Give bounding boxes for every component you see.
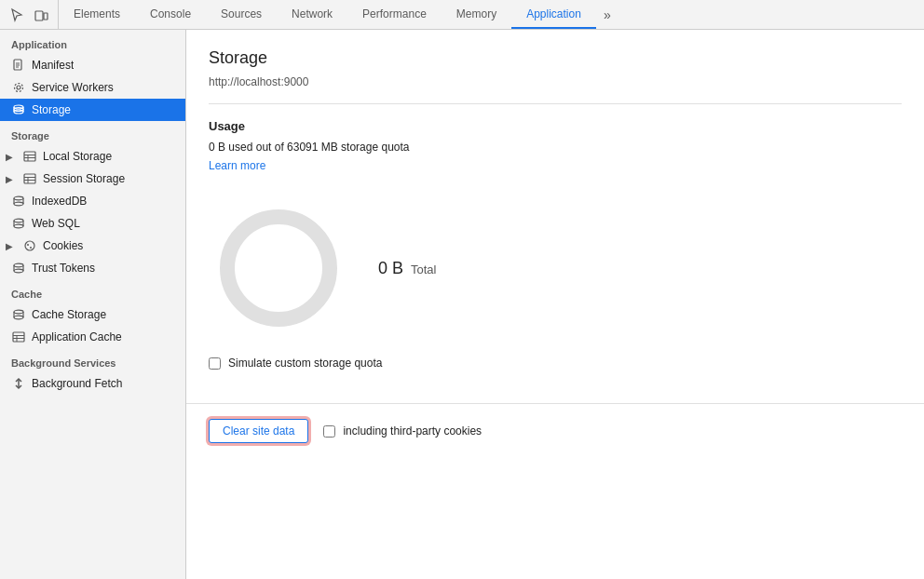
tab-network[interactable]: Network	[277, 0, 347, 29]
more-tabs-icon[interactable]: »	[596, 0, 618, 29]
arrow-right-icon-2: ▶	[6, 174, 17, 184]
tab-application[interactable]: Application	[511, 0, 596, 29]
sidebar-item-service-workers-label: Service Workers	[32, 81, 114, 94]
chart-label: Total	[411, 263, 436, 276]
device-toggle-icon[interactable]	[32, 6, 50, 24]
tab-memory[interactable]: Memory	[442, 0, 511, 29]
sidebar-item-indexeddb-label: IndexedDB	[32, 195, 87, 208]
svg-point-31	[30, 247, 32, 249]
sidebar-item-manifest-label: Manifest	[32, 59, 74, 72]
file-icon	[11, 58, 26, 73]
svg-point-25	[14, 219, 23, 222]
main-layout: Application Manifest Service Workers Sto…	[0, 30, 924, 579]
db-icon-4	[11, 307, 26, 322]
tab-bar: Elements Console Sources Network Perform…	[59, 0, 924, 29]
table-icon-3	[11, 330, 26, 344]
table-icon	[22, 149, 37, 164]
tab-performance[interactable]: Performance	[347, 0, 442, 29]
usage-title: Usage	[209, 119, 902, 133]
sidebar-item-local-storage[interactable]: ▶ Local Storage	[0, 145, 185, 168]
tab-console[interactable]: Console	[135, 0, 206, 29]
svg-point-28	[14, 224, 23, 228]
sidebar-item-storage[interactable]: Storage	[0, 99, 185, 121]
cursor-icon[interactable]	[7, 6, 26, 24]
sidebar-section-background: Background Services	[0, 348, 185, 372]
toolbar: Elements Console Sources Network Perform…	[0, 0, 924, 30]
sidebar-item-cache-storage[interactable]: Cache Storage	[0, 303, 185, 326]
svg-rect-0	[35, 11, 43, 20]
sidebar-item-session-storage-label: Session Storage	[43, 172, 125, 185]
simulate-quota-row: Simulate custom storage quota	[209, 357, 902, 370]
svg-rect-13	[24, 152, 35, 161]
learn-more-link[interactable]: Learn more	[209, 159, 265, 172]
svg-point-21	[14, 196, 23, 200]
sidebar-item-application-cache-label: Application Cache	[32, 330, 122, 343]
svg-rect-1	[44, 13, 48, 20]
db-icon-3	[11, 261, 26, 276]
page-title: Storage	[209, 48, 902, 68]
content-inner: Storage http://localhost:9000 Usage 0 B …	[186, 30, 924, 403]
chart-value: 0 B	[378, 259, 403, 278]
svg-point-24	[14, 202, 23, 206]
sidebar-item-storage-label: Storage	[32, 103, 71, 116]
gear-icon	[11, 80, 26, 95]
svg-point-39	[14, 316, 23, 319]
sidebar-item-trust-tokens[interactable]: Trust Tokens	[0, 257, 185, 279]
sidebar-item-web-sql-label: Web SQL	[32, 217, 80, 230]
sidebar-item-local-storage-label: Local Storage	[43, 150, 112, 163]
sidebar-item-service-workers[interactable]: Service Workers	[0, 76, 185, 99]
svg-point-36	[14, 310, 23, 314]
simulate-quota-checkbox[interactable]	[209, 357, 221, 370]
simulate-quota-label: Simulate custom storage quota	[228, 357, 382, 370]
arrow-right-icon: ▶	[6, 152, 17, 162]
page-url: http://localhost:9000	[209, 75, 902, 88]
third-party-cookies-label: including third-party cookies	[343, 424, 482, 438]
sidebar: Application Manifest Service Workers Sto…	[0, 30, 186, 579]
sidebar-item-manifest[interactable]: Manifest	[0, 54, 185, 76]
svg-point-35	[14, 269, 23, 273]
action-area: Clear site data including third-party co…	[186, 404, 924, 458]
sidebar-section-application: Application	[0, 30, 185, 54]
third-party-cookies-row: including third-party cookies	[323, 424, 482, 438]
sidebar-section-storage: Storage	[0, 121, 185, 145]
cookie-icon	[22, 238, 37, 253]
sidebar-item-indexeddb[interactable]: IndexedDB	[0, 190, 185, 212]
divider-1	[209, 103, 902, 104]
sidebar-item-cookies-label: Cookies	[43, 239, 83, 252]
content-area: Storage http://localhost:9000 Usage 0 B …	[186, 30, 924, 579]
svg-point-29	[25, 241, 34, 250]
table-icon-2	[22, 171, 37, 186]
usage-section: Usage 0 B used out of 63091 MB storage q…	[209, 119, 902, 187]
svg-point-6	[17, 86, 20, 89]
tab-sources[interactable]: Sources	[206, 0, 277, 29]
sidebar-item-background-fetch[interactable]: Background Fetch	[0, 372, 185, 395]
svg-rect-40	[13, 332, 24, 342]
svg-point-45	[227, 217, 330, 319]
arrow-right-icon-3: ▶	[6, 241, 17, 251]
toolbar-icons	[0, 0, 59, 29]
usage-description: 0 B used out of 63091 MB storage quota	[209, 141, 902, 154]
layers-icon	[11, 102, 26, 117]
svg-point-7	[15, 84, 23, 92]
sidebar-item-background-fetch-label: Background Fetch	[32, 377, 122, 390]
sidebar-item-session-storage[interactable]: ▶ Session Storage	[0, 168, 185, 190]
sidebar-item-web-sql[interactable]: Web SQL	[0, 212, 185, 235]
clear-site-data-button[interactable]: Clear site data	[209, 419, 308, 443]
third-party-cookies-checkbox[interactable]	[323, 425, 335, 438]
tab-elements[interactable]: Elements	[59, 0, 135, 29]
sidebar-item-application-cache[interactable]: Application Cache	[0, 326, 185, 348]
db-icon	[11, 194, 26, 209]
svg-point-30	[27, 244, 29, 246]
svg-rect-17	[24, 174, 35, 183]
sidebar-section-cache: Cache	[0, 279, 185, 303]
sidebar-item-cache-storage-label: Cache Storage	[32, 308, 106, 321]
chart-row: 0 B Total	[209, 198, 902, 338]
chart-total: 0 B Total	[378, 259, 437, 278]
arrows-icon	[11, 376, 26, 391]
sidebar-item-trust-tokens-label: Trust Tokens	[32, 262, 95, 275]
donut-chart	[209, 198, 348, 338]
svg-point-32	[14, 263, 23, 267]
db-icon-2	[11, 216, 26, 231]
sidebar-item-cookies[interactable]: ▶ Cookies	[0, 235, 185, 257]
